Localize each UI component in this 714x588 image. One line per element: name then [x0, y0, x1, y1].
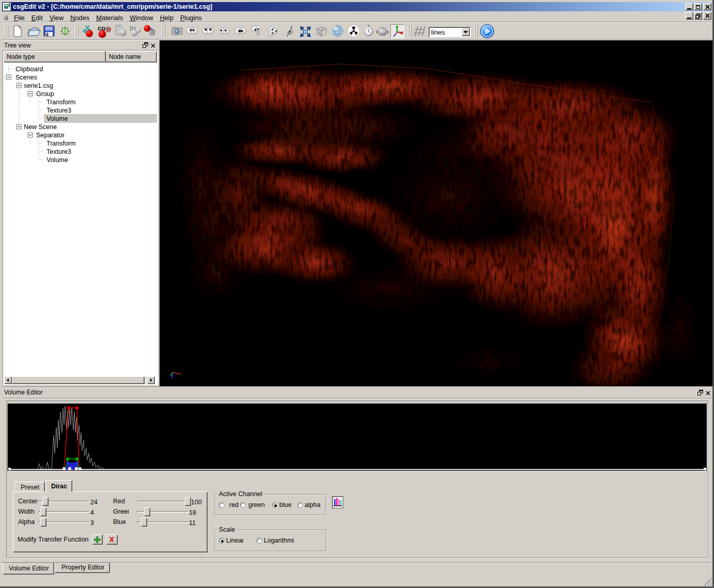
svg-text:Transform: Transform	[46, 140, 76, 147]
svg-text:New Scene: New Scene	[24, 123, 57, 131]
svg-text:Scenes: Scenes	[15, 74, 37, 81]
svg-text:Group: Group	[36, 90, 54, 98]
svg-text:Clipboard: Clipboard	[15, 66, 43, 73]
svg-text:Volume: Volume	[46, 115, 68, 122]
svg-text:Texture3: Texture3	[46, 148, 71, 155]
svg-text:Texture3: Texture3	[46, 107, 71, 114]
svg-text:Volume: Volume	[46, 156, 68, 164]
svg-text:Transform: Transform	[46, 99, 76, 106]
svg-text:Separator: Separator	[36, 132, 65, 139]
svg-text:serie1.csg: serie1.csg	[24, 82, 53, 89]
